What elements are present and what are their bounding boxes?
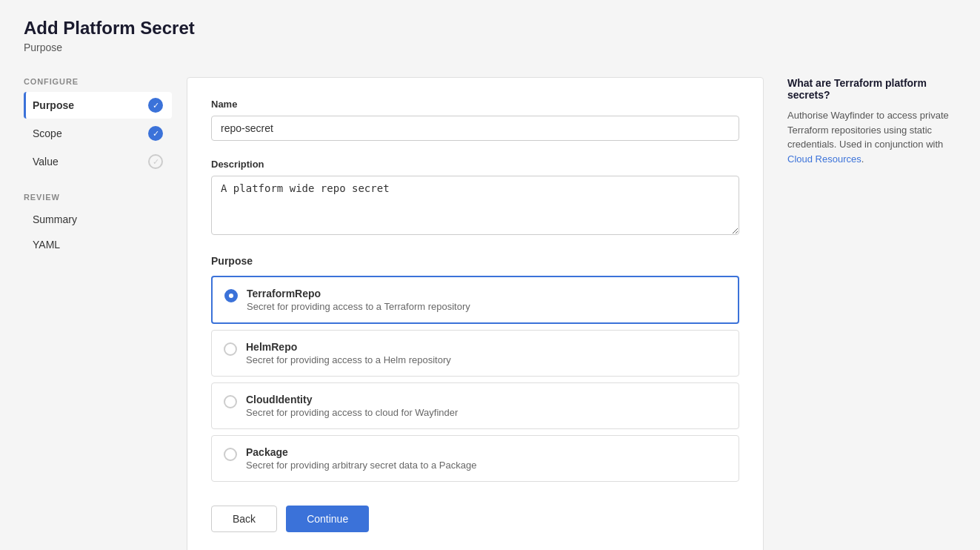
- sidebar-item-scope-label: Scope: [33, 127, 62, 139]
- content-area: Name Description A platform wide repo se…: [187, 77, 764, 550]
- page-subtitle: Purpose: [24, 42, 956, 53]
- back-button[interactable]: Back: [211, 506, 277, 532]
- info-panel-text: Authorise Wayfinder to access private Te…: [787, 108, 956, 166]
- radio-circle-package: [224, 448, 237, 461]
- review-section-title: REVIEW: [24, 193, 172, 202]
- radio-content-package: Package Secret for providing arbitrary s…: [246, 446, 727, 471]
- sidebar-item-summary-label: Summary: [33, 213, 77, 225]
- radio-desc-cloud-identity: Secret for providing access to cloud for…: [246, 407, 727, 418]
- info-text-part2: .: [861, 153, 864, 165]
- radio-title-package: Package: [246, 446, 727, 458]
- page-title: Add Platform Secret: [24, 18, 956, 39]
- button-row: Back Continue: [211, 506, 739, 532]
- radio-circle-cloud-identity: [224, 395, 237, 408]
- description-field-group: Description A platform wide repo secret: [211, 159, 739, 237]
- purpose-check-icon: ✓: [148, 98, 163, 113]
- purpose-section-label: Purpose: [211, 255, 739, 267]
- radio-desc-package: Secret for providing arbitrary secret da…: [246, 460, 727, 471]
- radio-desc-helm-repo: Secret for providing access to a Helm re…: [246, 354, 727, 365]
- radio-option-terraform-repo[interactable]: TerraformRepo Secret for providing acces…: [211, 276, 739, 324]
- radio-circle-terraform-repo: [224, 289, 238, 302]
- sidebar-item-purpose-label: Purpose: [33, 99, 74, 111]
- continue-button[interactable]: Continue: [286, 506, 369, 532]
- sidebar-item-purpose[interactable]: Purpose ✓: [24, 92, 172, 119]
- radio-option-helm-repo[interactable]: HelmRepo Secret for providing access to …: [211, 330, 739, 377]
- review-items: Summary YAML: [24, 208, 172, 256]
- info-panel-title: What are Terraform platform secrets?: [787, 77, 956, 101]
- sidebar-item-summary[interactable]: Summary: [24, 208, 172, 231]
- radio-desc-terraform-repo: Secret for providing access to a Terrafo…: [247, 301, 726, 312]
- radio-content-helm-repo: HelmRepo Secret for providing access to …: [246, 341, 727, 365]
- sidebar-item-value-label: Value: [33, 156, 59, 168]
- radio-title-cloud-identity: CloudIdentity: [246, 394, 727, 405]
- radio-option-cloud-identity[interactable]: CloudIdentity Secret for providing acces…: [211, 382, 739, 429]
- description-label: Description: [211, 159, 739, 170]
- radio-title-helm-repo: HelmRepo: [246, 341, 727, 353]
- configure-section-title: CONFIGURE: [24, 77, 172, 86]
- radio-circle-helm-repo: [224, 342, 237, 356]
- value-check-icon: ✓: [148, 154, 163, 169]
- scope-check-icon: ✓: [148, 126, 163, 141]
- info-panel-link[interactable]: Cloud Resources: [787, 153, 861, 165]
- name-label: Name: [211, 99, 739, 110]
- sidebar-item-value[interactable]: Value ✓: [24, 148, 172, 175]
- purpose-field-group: Purpose TerraformRepo Secret for providi…: [211, 255, 739, 482]
- radio-option-package[interactable]: Package Secret for providing arbitrary s…: [211, 435, 739, 482]
- radio-content-cloud-identity: CloudIdentity Secret for providing acces…: [246, 394, 727, 418]
- sidebar-item-scope[interactable]: Scope ✓: [24, 120, 172, 147]
- sidebar-item-yaml-label: YAML: [33, 239, 60, 251]
- configure-items: Purpose ✓ Scope ✓ Value ✓: [24, 92, 172, 175]
- info-panel: What are Terraform platform secrets? Aut…: [764, 77, 956, 550]
- sidebar: CONFIGURE Purpose ✓ Scope ✓ Value ✓ REVI…: [24, 77, 187, 550]
- sidebar-item-yaml[interactable]: YAML: [24, 233, 172, 256]
- info-text-part1: Authorise Wayfinder to access private Te…: [787, 110, 949, 150]
- radio-title-terraform-repo: TerraformRepo: [247, 288, 726, 299]
- name-field-group: Name: [211, 99, 739, 141]
- description-input[interactable]: A platform wide repo secret: [211, 176, 739, 235]
- radio-content-terraform-repo: TerraformRepo Secret for providing acces…: [247, 288, 726, 312]
- name-input[interactable]: [211, 116, 739, 141]
